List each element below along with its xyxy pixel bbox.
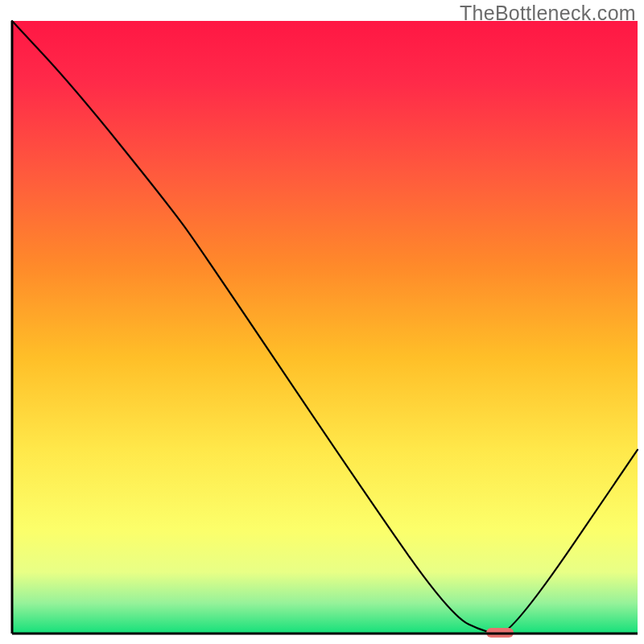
- bottleneck-chart: [0, 0, 644, 644]
- watermark-text: TheBottleneck.com: [460, 2, 636, 25]
- chart-container: { "watermark": "TheBottleneck.com", "cha…: [0, 0, 644, 644]
- gradient-background: [12, 21, 638, 634]
